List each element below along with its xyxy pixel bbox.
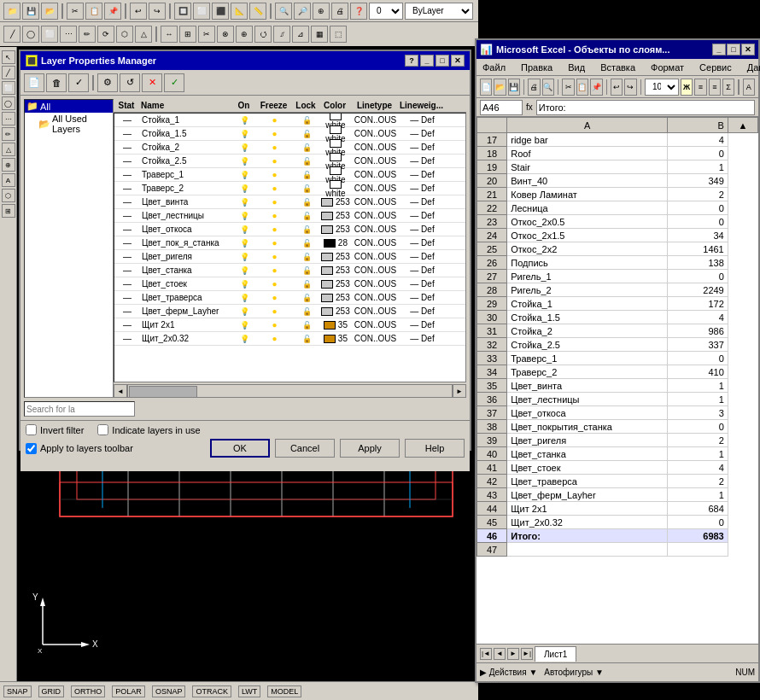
excel-table-row[interactable]: 23Откос_2x0.50: [477, 215, 758, 229]
hscroll-left-btn[interactable]: ◄: [114, 384, 127, 398]
row-col-a[interactable]: Цвет_ферм_Layher: [507, 488, 668, 502]
layer-row[interactable]: — Траверс_2 💡 ● 🔓 white CON..OUS — Def: [114, 182, 465, 195]
tb-btn-5[interactable]: 📋: [85, 3, 102, 20]
osnap-btn[interactable]: OSNAP: [152, 685, 186, 697]
hscroll-right-btn[interactable]: ►: [453, 384, 466, 398]
tb-draw-5[interactable]: ✏: [79, 26, 96, 43]
excel-close-btn[interactable]: ✕: [741, 44, 755, 55]
row-col-b[interactable]: 349: [668, 174, 728, 188]
tb-mod-1[interactable]: ↔: [161, 26, 178, 43]
excel-table-row[interactable]: 21Ковер Ламинат2: [477, 188, 758, 201]
col-header-b[interactable]: B: [668, 118, 728, 133]
row-col-a[interactable]: Stair: [507, 160, 668, 174]
tree-all-used-item[interactable]: 📂 All Used Layers: [25, 113, 113, 135]
excel-table-row[interactable]: 42Цвет_траверса2: [477, 475, 758, 488]
excel-table-row[interactable]: 37Цвет_откоса3: [477, 406, 758, 420]
tb-btn-11[interactable]: ⬛: [212, 3, 229, 20]
tb-btn-14[interactable]: 🔍: [275, 3, 292, 20]
left-btn-9[interactable]: ⬡: [2, 189, 15, 202]
sheet-nav-first[interactable]: |◄: [480, 648, 492, 660]
tb-btn-10[interactable]: ⬜: [193, 3, 210, 20]
row-col-a[interactable]: Траверс_2: [507, 365, 668, 379]
layer-row[interactable]: — Цвет_ригеля 💡 ● 🔓 253 CON..OUS — Def: [114, 250, 465, 264]
dialog-close-btn[interactable]: ✕: [451, 55, 465, 67]
row-col-a[interactable]: Цвет_станка: [507, 447, 668, 461]
excel-tb-copy[interactable]: 📋: [576, 79, 588, 96]
layer-row[interactable]: — Траверс_1 💡 ● 🔓 white CON..OUS — Def: [114, 168, 465, 182]
tb-btn-7[interactable]: ↩: [130, 3, 147, 20]
tb-btn-3[interactable]: 📂: [41, 3, 58, 20]
excel-table-row[interactable]: 24Откос_2x1.534: [477, 229, 758, 242]
row-col-a[interactable]: Стойка_2.5: [507, 338, 668, 352]
layer-row[interactable]: — Стойка_1.5 💡 ● 🔓 white CON..OUS — Def: [114, 127, 465, 141]
layer-dropdown[interactable]: 0: [369, 3, 403, 20]
apply-toolbar-checkbox[interactable]: Apply to layers toolbar: [26, 443, 133, 454]
apply-button[interactable]: Apply: [340, 439, 400, 458]
row-col-a[interactable]: Стойка_1: [507, 297, 668, 311]
row-col-a[interactable]: Стойка_1.5: [507, 311, 668, 324]
tb-draw-1[interactable]: ╱: [3, 26, 20, 43]
excel-table-row[interactable]: 44Щит 2x1684: [477, 502, 758, 516]
polar-btn[interactable]: POLAR: [112, 685, 145, 697]
row-col-b[interactable]: 0: [668, 420, 728, 434]
excel-tb-open[interactable]: 📂: [494, 79, 506, 96]
excel-tb-paste[interactable]: 📌: [590, 79, 602, 96]
row-col-b[interactable]: 1: [668, 160, 728, 174]
otrack-btn[interactable]: OTRACK: [192, 685, 231, 697]
current-layer-btn[interactable]: ✓: [68, 73, 89, 92]
left-btn-select[interactable]: ↖: [2, 50, 15, 64]
row-col-b[interactable]: 0: [668, 147, 728, 160]
row-col-b[interactable]: 1: [668, 379, 728, 393]
excel-table-row[interactable]: 40Цвет_станка1: [477, 447, 758, 461]
excel-table-row[interactable]: 22Лесница0: [477, 201, 758, 215]
excel-tb-fill[interactable]: A: [743, 79, 755, 96]
row-col-b[interactable]: 4: [668, 311, 728, 324]
menu-data[interactable]: Данные: [745, 61, 760, 73]
layer-lock[interactable]: 🔓: [294, 116, 319, 125]
row-col-a[interactable]: Ковер Ламинат: [507, 188, 668, 201]
excel-table-row[interactable]: 47: [477, 543, 758, 557]
row-col-b[interactable]: 0: [668, 215, 728, 229]
tb-btn-15[interactable]: 🔎: [294, 3, 311, 20]
tb-mod-4[interactable]: ⊗: [217, 26, 234, 43]
excel-table-row[interactable]: 33Траверс_10: [477, 352, 758, 365]
left-btn-5[interactable]: ✏: [2, 127, 15, 141]
tb-draw-3[interactable]: ⬜: [41, 26, 58, 43]
excel-tb-print[interactable]: 🖨: [528, 79, 540, 96]
dialog-minimize-btn[interactable]: _: [420, 55, 434, 67]
row-col-a[interactable]: Цвет_винта: [507, 379, 668, 393]
excel-table-row[interactable]: 41Цвет_стоек4: [477, 461, 758, 475]
excel-tb-cut[interactable]: ✂: [562, 79, 574, 96]
row-col-b[interactable]: 4: [668, 133, 728, 147]
excel-table-row[interactable]: 20Винт_40349: [477, 174, 758, 188]
sheet-tab-1[interactable]: Лист1: [535, 646, 576, 662]
row-col-a[interactable]: Щит_2x0.32: [507, 516, 668, 529]
col-header-a[interactable]: A: [507, 118, 668, 133]
row-col-b[interactable]: [668, 543, 728, 557]
layer-on[interactable]: 💡: [234, 116, 255, 125]
row-col-b[interactable]: 1: [668, 447, 728, 461]
row-col-b[interactable]: 0: [668, 201, 728, 215]
row-col-a[interactable]: Ригель_2: [507, 283, 668, 297]
excel-tb-undo[interactable]: ↩: [611, 79, 623, 96]
row-col-b[interactable]: 2: [668, 434, 728, 447]
layer-row[interactable]: — Цвет_траверса 💡 ● 🔓 253 CON..OUS — Def: [114, 291, 465, 305]
left-btn-1[interactable]: ╱: [2, 66, 15, 79]
row-col-b[interactable]: 410: [668, 365, 728, 379]
row-col-b[interactable]: 1: [668, 393, 728, 406]
vscroll-top-btn[interactable]: ▲: [728, 118, 757, 133]
cell-ref-box[interactable]: A46: [480, 100, 523, 115]
row-col-a[interactable]: Откос_2x0.5: [507, 215, 668, 229]
sheet-nav-prev[interactable]: ◄: [494, 648, 506, 660]
row-col-a[interactable]: Щит 2x1: [507, 502, 668, 516]
row-col-b[interactable]: 986: [668, 324, 728, 338]
tb-btn-13[interactable]: 📏: [249, 3, 266, 20]
row-col-a[interactable]: [507, 543, 668, 557]
left-btn-2[interactable]: ⬜: [2, 81, 15, 95]
tb-btn-17[interactable]: 🖨: [331, 3, 348, 20]
row-col-a[interactable]: Цвет_покрытия_станка: [507, 420, 668, 434]
row-col-b[interactable]: 2: [668, 475, 728, 488]
snap-btn[interactable]: SNAP: [3, 685, 32, 697]
row-col-b[interactable]: 0: [668, 516, 728, 529]
excel-table-row[interactable]: 29Стойка_1172: [477, 297, 758, 311]
